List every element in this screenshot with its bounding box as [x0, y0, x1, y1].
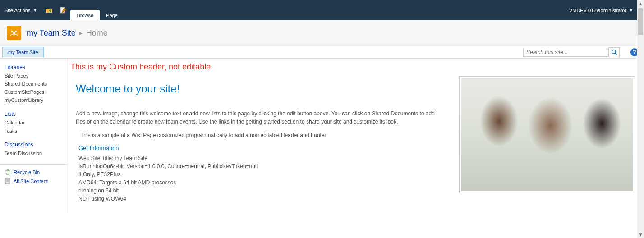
ribbon-left: Site Actions ▼ Browse Page: [0, 0, 124, 20]
search-box: [523, 47, 620, 57]
divider: [0, 164, 67, 165]
nav-item[interactable]: Tasks: [5, 128, 63, 133]
welcome-image: [461, 78, 633, 191]
welcome-image-frame: [459, 76, 635, 193]
search-go-button[interactable]: [609, 47, 620, 57]
main-content: This is my Custom header, not editable W…: [68, 59, 644, 212]
search-input[interactable]: [523, 48, 609, 57]
vertical-scrollbar[interactable]: ▲ ▼: [637, 0, 644, 212]
all-site-content-link[interactable]: All Site Content: [5, 178, 63, 184]
scroll-thumb[interactable]: [638, 8, 643, 35]
breadcrumb-site-link[interactable]: my Team Site: [27, 28, 76, 38]
scroll-up-icon: ▲: [637, 0, 644, 7]
title-area: my Team Site ▸ Home: [0, 20, 644, 46]
user-label: VMDEV-012\administrator: [569, 8, 626, 13]
site-actions-menu[interactable]: Site Actions ▼: [0, 0, 41, 20]
ribbon-bar: Site Actions ▼ Browse Page VMDEV-012\adm…: [0, 0, 644, 20]
custom-header: This is my Custom header, not editable: [69, 60, 635, 76]
nav-item[interactable]: Calendar: [5, 120, 63, 125]
ribbon-right: VMDEV-012\administrator ▼: [569, 0, 633, 20]
info-block: Web Site Title: my Team Site IsRunningOn…: [76, 154, 441, 203]
nav-heading-libraries[interactable]: Libraries: [5, 64, 63, 70]
nav-item[interactable]: Team Discussion: [5, 151, 63, 156]
nav-item[interactable]: myCustomLibrary: [5, 97, 63, 103]
svg-rect-6: [5, 178, 9, 184]
welcome-text: Add a new image, change this welcome tex…: [76, 110, 441, 126]
nav-heading-lists[interactable]: Lists: [5, 111, 63, 117]
get-information-heading: Get Information: [76, 145, 441, 151]
topnav-row: my Team Site ?: [0, 46, 644, 59]
wiki-note: This is a sample of a Wiki Page customiz…: [80, 132, 441, 138]
nav-item[interactable]: CustomSitePages: [5, 89, 63, 95]
site-actions-label: Site Actions: [5, 8, 30, 13]
tab-page[interactable]: Page: [100, 10, 124, 20]
user-menu[interactable]: VMDEV-012\administrator ▼: [569, 8, 633, 13]
recycle-bin-icon: [5, 169, 11, 175]
content-row: Welcome to your site! Add a new image, c…: [69, 76, 635, 203]
nav-item[interactable]: Shared Documents: [5, 81, 63, 87]
nav-item[interactable]: Site Pages: [5, 73, 63, 78]
recycle-bin-link[interactable]: Recycle Bin: [5, 169, 63, 175]
nav-heading-discussions[interactable]: Discussions: [5, 142, 63, 148]
chevron-down-icon: ▼: [629, 8, 633, 13]
svg-point-3: [13, 32, 15, 34]
breadcrumb-separator-icon: ▸: [79, 29, 83, 37]
tab-browse[interactable]: Browse: [70, 10, 100, 20]
chevron-down-icon: ▼: [33, 8, 37, 13]
breadcrumb: my Team Site ▸ Home: [27, 28, 108, 38]
welcome-heading: Welcome to your site!: [76, 82, 441, 95]
people-icon: [9, 28, 18, 37]
folder-up-icon: [45, 7, 52, 14]
help-icon: ?: [633, 49, 636, 55]
topnav-tab[interactable]: my Team Site: [2, 47, 44, 57]
content-left: Welcome to your site! Add a new image, c…: [69, 76, 441, 203]
svg-line-5: [615, 53, 617, 55]
site-logo[interactable]: [7, 26, 21, 40]
edit-page-button[interactable]: [56, 0, 70, 20]
page-layout: Libraries Site Pages Shared Documents Cu…: [0, 59, 644, 212]
ribbon-tabs: Browse Page: [70, 0, 124, 20]
search-icon: [611, 49, 617, 55]
document-icon: [5, 178, 11, 184]
svg-point-1: [11, 31, 13, 32]
breadcrumb-current: Home: [86, 28, 108, 38]
edit-icon: [60, 7, 67, 14]
navigate-up-button[interactable]: [41, 0, 56, 20]
svg-point-2: [15, 31, 17, 32]
svg-point-4: [612, 50, 616, 54]
quick-launch: Libraries Site Pages Shared Documents Cu…: [0, 59, 68, 212]
